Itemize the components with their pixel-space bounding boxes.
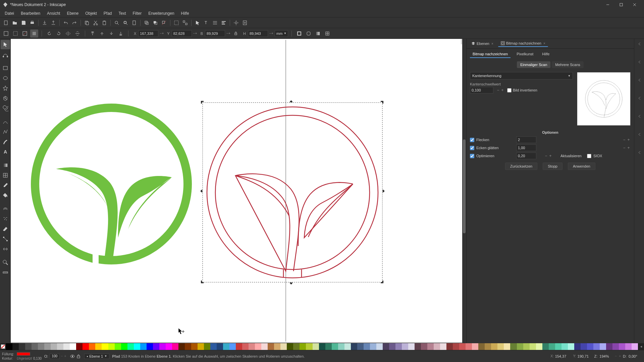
- xml-editor-button[interactable]: [211, 19, 219, 27]
- palette-swatch[interactable]: [587, 343, 593, 350]
- lpe-tool[interactable]: [1, 244, 10, 254]
- node-tool[interactable]: [1, 50, 10, 59]
- undo-button[interactable]: [62, 19, 70, 27]
- opt-optimize-minus[interactable]: −: [544, 153, 548, 159]
- palette-swatch[interactable]: [402, 343, 408, 350]
- lower-button[interactable]: [107, 29, 115, 38]
- palette-swatch[interactable]: [612, 343, 619, 350]
- x-input[interactable]: [138, 30, 158, 37]
- opt-optimize-input[interactable]: [516, 153, 536, 159]
- dropper-tool[interactable]: [1, 181, 10, 190]
- palette-swatch[interactable]: [249, 343, 255, 350]
- group-button[interactable]: [172, 19, 180, 27]
- measure-tool[interactable]: [1, 268, 10, 277]
- palette-swatch[interactable]: [319, 343, 325, 350]
- trace-tab-pixel[interactable]: Pixelkunst: [514, 51, 536, 58]
- fill-swatch[interactable]: [17, 352, 30, 356]
- open-button[interactable]: [11, 19, 19, 27]
- transform-stroke-button[interactable]: [295, 29, 303, 38]
- palette-swatch[interactable]: [332, 343, 338, 350]
- clone-button[interactable]: [151, 19, 159, 27]
- palette-swatch[interactable]: [134, 343, 140, 350]
- palette-swatch[interactable]: [459, 343, 466, 350]
- palette-swatch[interactable]: [51, 343, 57, 350]
- dock-tab-layers-close[interactable]: ×: [491, 42, 493, 46]
- palette-swatch[interactable]: [351, 343, 357, 350]
- scan-tab-multi[interactable]: Mehrere Scans: [552, 61, 584, 68]
- ellipse-tool[interactable]: [1, 73, 10, 83]
- palette-swatch[interactable]: [293, 343, 300, 350]
- stop-button[interactable]: Stopp: [543, 163, 562, 170]
- opacity-input[interactable]: [50, 354, 60, 359]
- raise-top-button[interactable]: [89, 29, 97, 38]
- menu-ebene[interactable]: Ebene: [63, 10, 82, 17]
- cut-button[interactable]: [92, 19, 100, 27]
- palette-swatch[interactable]: [300, 343, 306, 350]
- palette-swatch[interactable]: [63, 343, 70, 350]
- expand-export[interactable]: [636, 149, 643, 156]
- palette-swatch[interactable]: [12, 343, 19, 350]
- opt-smooth-checkbox[interactable]: Ecken glätten: [470, 146, 514, 150]
- palette-swatch[interactable]: [313, 343, 319, 350]
- palette-swatch[interactable]: [434, 343, 440, 350]
- reset-button[interactable]: Zurücksetzen: [505, 163, 537, 170]
- 3dbox-tool[interactable]: [1, 94, 10, 103]
- close-button[interactable]: [628, 0, 641, 9]
- h-plus[interactable]: +: [271, 30, 273, 37]
- opt-optimize-checkbox[interactable]: Optimieren: [470, 154, 514, 158]
- palette-swatch[interactable]: [185, 343, 191, 350]
- expand-fill-stroke[interactable]: [636, 40, 643, 48]
- menu-datei[interactable]: Datei: [1, 10, 17, 17]
- palette-swatch[interactable]: [485, 343, 491, 350]
- palette-swatch[interactable]: [357, 343, 364, 350]
- siox-checkbox[interactable]: SIOX: [587, 154, 631, 158]
- threshold-minus[interactable]: −: [496, 87, 500, 94]
- palette-swatch[interactable]: [510, 343, 517, 350]
- expand-align[interactable]: [636, 95, 643, 102]
- minimize-button[interactable]: [601, 0, 614, 9]
- import-button[interactable]: [41, 19, 49, 27]
- palette-swatch[interactable]: [217, 343, 223, 350]
- text-dialog-button[interactable]: T: [202, 19, 210, 27]
- y-input[interactable]: [172, 30, 192, 37]
- palette-swatch[interactable]: [383, 343, 389, 350]
- palette-swatch[interactable]: [415, 343, 421, 350]
- palette-swatch[interactable]: [115, 343, 121, 350]
- spray-tool[interactable]: [1, 214, 10, 224]
- stroke-value[interactable]: Ungesetzt: [17, 357, 32, 360]
- palette-swatch[interactable]: [102, 343, 108, 350]
- palette-swatch[interactable]: [338, 343, 344, 350]
- palette-swatch[interactable]: [76, 343, 83, 350]
- update-button[interactable]: Aktualisieren: [560, 154, 582, 158]
- rotate-cw-button[interactable]: [55, 29, 63, 38]
- new-document-button[interactable]: [2, 19, 10, 27]
- palette-swatch[interactable]: [364, 343, 370, 350]
- palette-swatch[interactable]: [274, 343, 280, 350]
- palette-swatch[interactable]: [166, 343, 172, 350]
- palette-swatch[interactable]: [121, 343, 127, 350]
- deselect-button[interactable]: [21, 29, 29, 38]
- palette-swatch[interactable]: [242, 343, 249, 350]
- menu-text[interactable]: Text: [115, 10, 129, 17]
- opt-optimize-plus[interactable]: +: [548, 153, 552, 159]
- palette-swatch[interactable]: [159, 343, 166, 350]
- palette-none-swatch[interactable]: [0, 343, 6, 350]
- palette-swatch[interactable]: [147, 343, 153, 350]
- palette-swatch[interactable]: [287, 343, 293, 350]
- flip-vertical-button[interactable]: [73, 29, 82, 38]
- palette-swatch[interactable]: [421, 343, 427, 350]
- zoom-plus[interactable]: +: [619, 354, 621, 358]
- spiral-tool[interactable]: [1, 104, 10, 113]
- menu-bearbeiten[interactable]: Bearbeiten: [17, 10, 44, 17]
- dock-tab-layers[interactable]: Ebenen ×: [469, 40, 496, 47]
- scan-tab-single[interactable]: Einmaliger Scan: [517, 61, 550, 68]
- dock-tab-trace[interactable]: Bitmap nachzeichnen ×: [498, 40, 548, 47]
- canvas[interactable]: [11, 39, 466, 343]
- palette-swatch[interactable]: [6, 343, 12, 350]
- palette-swatch[interactable]: [325, 343, 332, 350]
- rot-value[interactable]: 0,00°: [629, 354, 642, 358]
- text-tool[interactable]: A: [1, 147, 10, 157]
- menu-pfad[interactable]: Pfad: [100, 10, 115, 17]
- palette-swatch[interactable]: [408, 343, 415, 350]
- select-all-button[interactable]: [11, 29, 19, 38]
